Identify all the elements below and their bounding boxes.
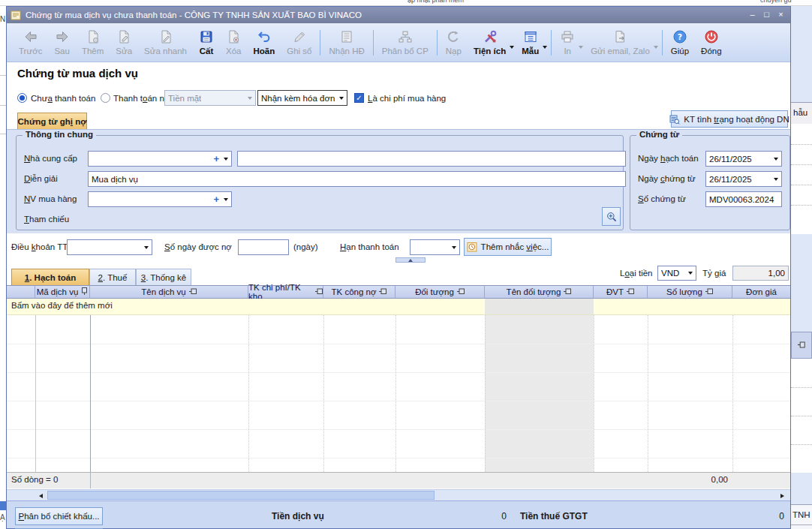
pin-icon[interactable] — [315, 287, 323, 296]
column-header-tk-chi-phi[interactable]: TK chi phí/TK kho — [248, 285, 323, 299]
background-label-box: hẫu — [791, 102, 812, 125]
pin-icon[interactable] — [627, 287, 634, 296]
description-field[interactable] — [88, 171, 626, 187]
chevron-down-icon[interactable] — [543, 46, 547, 49]
posting-date-picker[interactable]: 26/11/2025 — [705, 151, 782, 167]
tab-accounting[interactable]: 1. Hạch toán — [11, 269, 89, 285]
toolbar-save-button[interactable]: Cất — [193, 28, 220, 57]
chevron-down-icon[interactable] — [510, 46, 514, 49]
toolbar-close-voucher-button[interactable]: Đóng — [695, 28, 728, 57]
column-header-ten-doi-tuong[interactable]: Tên đối tượng — [485, 285, 594, 299]
chevron-down-icon[interactable] — [339, 97, 344, 100]
column-header-ma-dich-vu[interactable]: Mã dịch vụ — [35, 285, 90, 299]
tab-statistics[interactable]: 3. Thống kê — [136, 269, 191, 285]
document-date-picker[interactable]: 26/11/2025 — [705, 171, 782, 187]
column-divider — [648, 315, 648, 472]
column-divider — [395, 315, 396, 472]
pin-icon — [798, 341, 806, 350]
column-header-so-luong[interactable]: Số lượng — [648, 285, 732, 299]
pin-icon[interactable] — [457, 287, 465, 296]
chevron-down-icon[interactable] — [224, 198, 228, 201]
background-status-box: TNH — [791, 504, 812, 529]
chevron-down-icon[interactable] — [452, 246, 456, 249]
toolbar-help-button[interactable]: ? Giúp — [665, 28, 695, 57]
arrow-left-icon — [23, 29, 38, 44]
chevron-down-icon[interactable] — [688, 272, 693, 275]
pin-icon[interactable] — [81, 287, 88, 296]
chevron-down-icon — [654, 46, 658, 49]
column-divider — [485, 315, 486, 472]
voucher-dialog: Chứng từ mua dịch vụ chưa thanh toán - C… — [6, 6, 791, 529]
add-row-text[interactable]: Bấm vào đây để thêm mới — [11, 301, 113, 310]
grid-body[interactable] — [7, 315, 790, 472]
purchase-expense-checkbox[interactable]: ✓ — [354, 93, 364, 103]
buyer-combobox[interactable]: + — [88, 191, 232, 207]
toolbar-receive-invoice-button: Nhận HĐ — [323, 28, 370, 57]
column-header-tk-cong-no[interactable]: TK công nợ — [323, 285, 395, 299]
toolbar-label: Sau — [54, 47, 69, 56]
column-header-doi-tuong[interactable]: Đối tượng — [395, 285, 485, 299]
minimize-button[interactable]: – — [745, 9, 759, 21]
chevron-down-icon[interactable] — [774, 158, 778, 161]
quantity-total: 0,00 — [648, 475, 728, 484]
grid-summary-row: Số dòng = 0 0,00 — [7, 472, 790, 488]
debt-days-label: Số ngày được nợ — [164, 242, 232, 251]
close-button[interactable]: × — [774, 9, 788, 21]
add-reminder-button[interactable]: Thêm nhắc việc... — [464, 238, 552, 256]
radio-pay-now[interactable] — [101, 93, 110, 103]
debt-days-field[interactable] — [238, 239, 289, 255]
add-new-icon[interactable]: + — [213, 153, 219, 164]
payment-terms-combobox[interactable] — [67, 239, 152, 255]
pin-icon[interactable] — [705, 287, 713, 296]
pin-icon[interactable] — [189, 287, 197, 296]
horizontal-scrollbar[interactable] — [7, 489, 790, 500]
toolbar-label: Ghi sổ — [287, 47, 311, 56]
document-group: Chứng từ Ngày hạch toán 26/11/2025 Ngày … — [630, 135, 790, 230]
allocate-discount-button[interactable]: Phân bổ chiết khấu... — [15, 507, 103, 525]
row-line — [7, 458, 790, 458]
toolbar-allocate-cost-button: Phân bổ CP — [376, 28, 435, 57]
tab-debit-voucher[interactable]: Chứng từ ghi nợ — [17, 113, 87, 129]
tab-tax[interactable]: 2. Thuế — [89, 269, 136, 285]
scroll-left-button[interactable] — [35, 491, 46, 500]
radio-unpaid[interactable] — [17, 93, 27, 103]
chevron-down-icon — [248, 97, 252, 100]
toolbar-undo-button[interactable]: Hoãn — [247, 28, 281, 57]
chevron-down-icon[interactable] — [774, 178, 778, 181]
chevron-down-icon[interactable] — [144, 246, 149, 249]
grid-add-row[interactable]: Bấm vào đây để thêm mới — [7, 299, 790, 315]
add-new-icon[interactable]: + — [213, 194, 219, 205]
supplier-combobox[interactable]: + — [88, 151, 232, 167]
column-header-don-gia[interactable]: Đơn giá — [732, 285, 790, 299]
document-add-icon — [86, 29, 101, 44]
toolbar-utilities-button[interactable]: Tiện ích — [468, 28, 516, 57]
purchase-expense-label[interactable]: Là chi phí mua hàng — [368, 94, 446, 103]
scrollbar-thumb[interactable] — [47, 491, 435, 500]
chevron-down-icon[interactable] — [224, 158, 228, 161]
column-header-ten-dich-vu[interactable]: Tên dịch vụ — [90, 285, 248, 299]
document-number-field[interactable] — [705, 191, 782, 207]
pin-icon[interactable] — [564, 287, 571, 296]
due-date-combobox[interactable] — [410, 239, 460, 255]
toolbar-edit-button: Sửa — [110, 28, 138, 57]
toolbar-separator — [320, 30, 320, 56]
scroll-right-button[interactable] — [777, 491, 787, 500]
toolbar-next-button: Sau — [48, 28, 75, 57]
pin-icon[interactable] — [379, 287, 386, 296]
currency-combobox[interactable]: VND — [657, 266, 696, 281]
toolbar-label: Hoãn — [253, 47, 275, 56]
supplier-name-field[interactable] — [237, 151, 626, 167]
toolbar-label: Sửa — [116, 47, 132, 56]
toolbar-template-button[interactable]: Mẫu — [516, 28, 549, 57]
reference-lookup-button[interactable] — [602, 207, 621, 226]
check-business-status-button[interactable]: KT tình trạng hoạt động DN — [671, 110, 788, 128]
splitter-handle[interactable] — [395, 257, 426, 263]
toolbar-label: Mẫu — [522, 47, 539, 56]
radio-unpaid-label[interactable]: Chưa thanh toán — [31, 94, 95, 103]
title-bar[interactable]: Chứng từ mua dịch vụ chưa thanh toán - C… — [7, 7, 790, 23]
maximize-button[interactable]: □ — [759, 9, 774, 21]
background-right-strip: hẫu TNH — [791, 6, 812, 529]
column-header-dvt[interactable]: ĐVT — [594, 285, 648, 299]
invoice-mode-combobox[interactable]: Nhận kèm hóa đơn — [257, 90, 347, 106]
row-line — [7, 372, 790, 373]
